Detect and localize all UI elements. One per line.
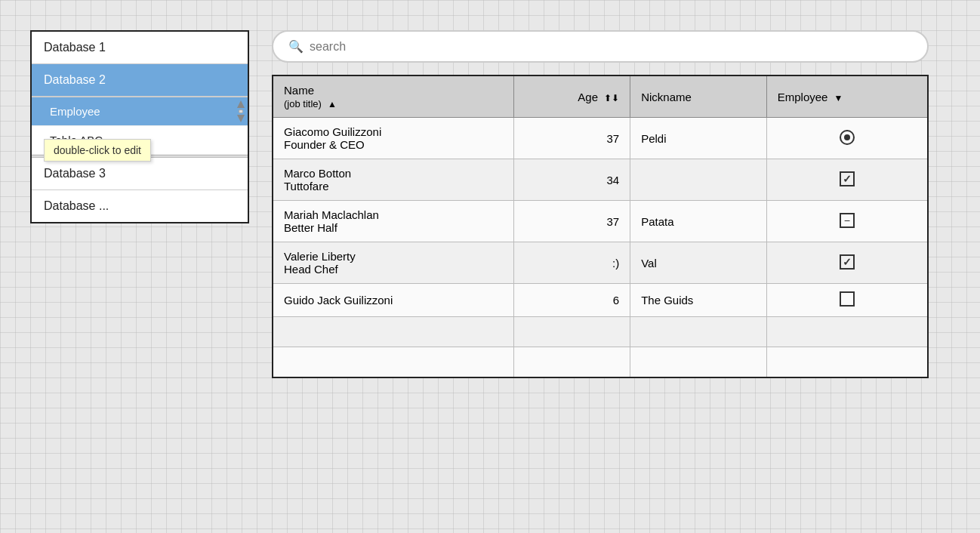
empty-cell	[273, 347, 513, 377]
empty-cell	[273, 317, 513, 347]
nickname-cell: The Guids	[630, 284, 767, 317]
empty-cell	[630, 347, 767, 377]
row-name: Giacomo Guilizzoni	[284, 125, 381, 138]
col-age-label: Age	[578, 91, 598, 103]
table-row: Marco BottonTuttofare34	[273, 159, 928, 201]
row-age: 37	[606, 215, 619, 228]
row-age: 6	[613, 294, 619, 307]
empty-cell	[766, 317, 928, 347]
row-nickname: Peldi	[641, 132, 666, 145]
radio-checked-icon[interactable]	[840, 130, 855, 145]
sidebar-item-db2[interactable]: Database 2	[32, 64, 248, 97]
sidebar-item-db1-label: Database 1	[44, 41, 106, 54]
sidebar: Database 1 Database 2 Employee double-cl…	[30, 30, 249, 223]
age-cell: 37	[513, 201, 630, 242]
col-employee-sort-icon[interactable]: ▼	[834, 93, 843, 103]
empty-cell	[630, 317, 767, 347]
checkbox-checked-icon[interactable]	[840, 254, 855, 270]
nickname-cell: Patata	[630, 201, 767, 242]
row-jobtitle: Head Chef	[284, 263, 338, 276]
table-header-row: Name(job title) ▲ Age ⬆⬇ Nickname Employ…	[273, 75, 928, 118]
col-header-nickname[interactable]: Nickname	[630, 75, 767, 118]
sidebar-item-dbmore[interactable]: Database ...	[32, 190, 248, 222]
age-cell: 37	[513, 118, 630, 159]
sidebar-children-db2: Employee double-click to edit Table ABC	[32, 97, 248, 155]
nickname-cell: Val	[630, 242, 767, 284]
col-nickname-label: Nickname	[641, 91, 692, 103]
nickname-cell	[630, 159, 767, 201]
name-cell: Marco BottonTuttofare	[273, 159, 513, 201]
scrollbar-down-arrow[interactable]	[237, 115, 245, 122]
table-row-empty	[273, 317, 928, 347]
scrollbar	[237, 100, 245, 122]
col-age-sort-icon[interactable]: ⬆⬇	[604, 93, 619, 103]
empty-cell	[766, 347, 928, 377]
col-header-name[interactable]: Name(job title) ▲	[273, 75, 513, 118]
row-age: :)	[612, 257, 619, 270]
row-jobtitle: Better Half	[284, 221, 337, 234]
employee-cell[interactable]	[766, 284, 928, 317]
row-nickname: The Guids	[641, 294, 693, 307]
name-cell: Valerie LibertyHead Chef	[273, 242, 513, 284]
row-name: Mariah Maclachlan	[284, 208, 379, 221]
age-cell: 6	[513, 284, 630, 317]
employee-cell[interactable]	[766, 242, 928, 284]
checkbox-empty-icon[interactable]	[840, 291, 855, 307]
search-icon: 🔍	[288, 39, 304, 54]
main-content: 🔍 Name(job title) ▲ Age ⬆⬇ Nickname Empl…	[272, 30, 950, 378]
sidebar-item-employee[interactable]: Employee double-click to edit	[32, 97, 248, 126]
scrollbar-track	[239, 109, 243, 113]
name-cell: Giacomo GuilizzoniFounder & CEO	[273, 118, 513, 159]
row-nickname: Val	[641, 257, 657, 270]
col-name-label: Name(job title)	[284, 84, 322, 109]
age-cell: :)	[513, 242, 630, 284]
name-cell: Guido Jack Guilizzoni	[273, 284, 513, 317]
col-name-sort-icon[interactable]: ▲	[328, 99, 337, 109]
empty-cell	[513, 317, 630, 347]
col-header-employee[interactable]: Employee ▼	[766, 75, 928, 118]
search-input[interactable]	[310, 40, 912, 54]
row-jobtitle: Tuttofare	[284, 180, 328, 193]
row-name: Guido Jack Guilizzoni	[284, 294, 393, 307]
table-row: Mariah MaclachlanBetter Half37Patata	[273, 201, 928, 242]
sidebar-item-employee-label: Employee	[50, 105, 100, 118]
row-age: 34	[606, 174, 619, 186]
empty-cell	[513, 347, 630, 377]
table-row: Valerie LibertyHead Chef:)Val	[273, 242, 928, 284]
scrollbar-up-arrow[interactable]	[237, 100, 245, 108]
employee-cell[interactable]	[766, 201, 928, 242]
tooltip: double-click to edit	[44, 139, 151, 162]
table-row: Guido Jack Guilizzoni6The Guids	[273, 284, 928, 317]
col-employee-label: Employee	[778, 91, 828, 103]
sidebar-item-dbmore-label: Database ...	[44, 199, 109, 212]
employee-cell[interactable]	[766, 118, 928, 159]
row-name: Marco Botton	[284, 167, 351, 180]
sidebar-item-db1[interactable]: Database 1	[32, 32, 248, 64]
row-name: Valerie Liberty	[284, 250, 356, 263]
tooltip-text: double-click to edit	[54, 144, 141, 156]
row-jobtitle: Founder & CEO	[284, 138, 365, 151]
table-row: Giacomo GuilizzoniFounder & CEO37Peldi	[273, 118, 928, 159]
search-bar: 🔍	[272, 30, 929, 63]
row-age: 37	[606, 132, 619, 145]
checkbox-minus-icon[interactable]	[840, 213, 855, 228]
checkbox-checked-icon[interactable]	[840, 171, 855, 186]
sidebar-item-db2-label: Database 2	[44, 73, 106, 86]
nickname-cell: Peldi	[630, 118, 767, 159]
age-cell: 34	[513, 159, 630, 201]
row-nickname: Patata	[641, 215, 673, 228]
data-table: Name(job title) ▲ Age ⬆⬇ Nickname Employ…	[272, 75, 929, 378]
sidebar-item-db3[interactable]: Database 3	[32, 158, 248, 190]
employee-cell[interactable]	[766, 159, 928, 201]
col-header-age[interactable]: Age ⬆⬇	[513, 75, 630, 118]
name-cell: Mariah MaclachlanBetter Half	[273, 201, 513, 242]
table-row-empty	[273, 347, 928, 377]
sidebar-item-db3-label: Database 3	[44, 167, 106, 180]
